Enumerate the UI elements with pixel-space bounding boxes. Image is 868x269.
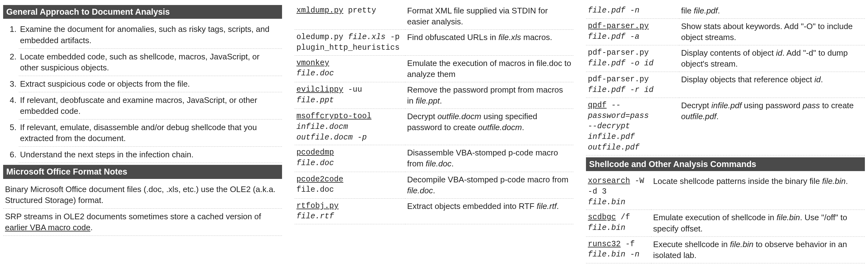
command-cell: rtfobj.pyfile.rtf: [294, 198, 405, 224]
cmd-arg: file.xls: [348, 33, 385, 41]
desc-ital: file.bin: [776, 213, 800, 222]
cmd-arg: file.doc: [297, 158, 334, 168]
tool-name: xmldump.py: [297, 6, 343, 15]
tool-name: evilclippy: [297, 85, 343, 94]
desc-text: .: [718, 6, 720, 15]
column-2: xmldump.py pretty Format XML file suppli…: [294, 3, 574, 263]
tool-name: rtfobj.py: [297, 202, 339, 210]
desc-text: to create: [820, 101, 854, 110]
cmd-rest: -f: [621, 240, 635, 249]
command-cell: file.pdf -n: [586, 3, 679, 19]
desc-ital: pass: [803, 101, 820, 110]
cmd-arg: file.pdf -r id: [588, 85, 653, 94]
desc-text: .: [452, 159, 454, 168]
table-row: runsc32 -ffile.bin -n Execute shellcode …: [586, 236, 865, 263]
tool-name: pcodedmp: [297, 148, 334, 157]
desc-cell: Decrypt infile.pdf using password pass t…: [679, 98, 865, 155]
tool-name: msoffcrypto-tool: [297, 112, 371, 121]
table-row: file.pdf -n file file.pdf.: [586, 3, 865, 19]
desc-ital: file.bin: [822, 176, 845, 186]
step-item: Locate embedded code, such as shellcode,…: [19, 49, 282, 76]
step-item: Extract suspicious code or objects from …: [19, 76, 282, 92]
desc-ital: id: [776, 48, 782, 58]
table-row: qpdf --password=pass --decrypt infile.pd…: [586, 98, 865, 155]
cmd-arg: file.ppt: [297, 96, 334, 105]
cmd-text: pdf-parser.py: [588, 75, 649, 84]
desc-cell: Decompile VBA-stomped p-code macro from …: [405, 172, 574, 198]
command-cell: msoffcrypto-toolinfile.docm outfile.docm…: [294, 109, 405, 145]
desc-text: .: [716, 112, 718, 121]
note-text: SRP streams in OLE2 documents sometimes …: [5, 212, 261, 221]
tool-name: vmonkey: [297, 59, 329, 67]
command-cell: oledump.py file.xls -p plugin_http_heuri…: [294, 30, 405, 56]
table-row: xmldump.py pretty Format XML file suppli…: [294, 3, 574, 30]
cmd-arg: file.pdf -n: [588, 6, 640, 15]
note-link[interactable]: earlier VBA macro code: [5, 223, 90, 232]
desc-text: .: [557, 202, 559, 211]
desc-cell: Display objects that reference object id…: [679, 72, 865, 98]
cmd-text: oledump.py: [297, 33, 348, 41]
desc-cell: Show stats about keywords. Add "-O" to i…: [679, 19, 865, 46]
command-cell: xorsearch -W -d 3 file.bin: [586, 174, 651, 210]
cmd-arg: file.rtf: [297, 212, 334, 221]
section-header-general: General Approach to Document Analysis: [3, 5, 282, 19]
desc-text: .: [440, 96, 442, 106]
note-ole2: Binary Microsoft Office document files (…: [3, 181, 282, 209]
command-cell: pdf-parser.py file.pdf -r id: [586, 72, 679, 98]
table-row: msoffcrypto-toolinfile.docm outfile.docm…: [294, 109, 574, 145]
column-1: General Approach to Document Analysis Ex…: [3, 3, 282, 263]
desc-text: .: [846, 176, 848, 186]
section-header-office: Microsoft Office Format Notes: [3, 165, 282, 179]
command-cell: pdf-parser.py file.pdf -o id: [586, 46, 679, 72]
column-3: file.pdf -n file file.pdf. pdf-parser.py…: [586, 3, 865, 263]
desc-cell: Remove the password prompt from macros i…: [405, 82, 574, 109]
command-table-office: xmldump.py pretty Format XML file suppli…: [294, 3, 574, 224]
command-cell: runsc32 -ffile.bin -n: [586, 236, 651, 263]
desc-cell: Display contents of object id. Add "-d" …: [679, 46, 865, 72]
step-item: If relevant, emulate, disassemble and/or…: [19, 119, 282, 147]
desc-cell: Locate shellcode patterns inside the bin…: [651, 174, 865, 210]
table-row: evilclippy -uufile.ppt Remove the passwo…: [294, 82, 574, 109]
cmd-rest: -uu: [343, 85, 362, 94]
desc-text: Display contents of object: [681, 48, 776, 58]
desc-ital: file.ppt: [416, 96, 440, 106]
desc-cell: Emulate the execution of macros in file.…: [405, 55, 574, 82]
desc-ital: file.bin: [730, 240, 753, 249]
desc-text: .: [821, 75, 823, 84]
desc-cell: Extract objects embedded into RTF file.r…: [405, 198, 574, 224]
desc-cell: Disassemble VBA-stomped p-code macro fro…: [405, 145, 574, 172]
cmd-arg: file.pdf -a: [588, 32, 640, 41]
cmd-rest: pretty: [343, 6, 376, 15]
table-row: vmonkeyfile.doc Emulate the execution of…: [294, 55, 574, 82]
desc-cell: Format XML file supplied via STDIN for e…: [405, 3, 574, 30]
command-cell: xmldump.py pretty: [294, 3, 405, 30]
cmd-rest: /f: [616, 213, 630, 222]
desc-text: file: [681, 6, 693, 15]
page-columns: General Approach to Document Analysis Ex…: [3, 3, 865, 263]
command-cell: vmonkeyfile.doc: [294, 55, 405, 82]
cmd-arg: file.pdf -o id: [588, 59, 653, 68]
tool-name: pcode2code: [297, 175, 343, 184]
note-srp: SRP streams in OLE2 documents sometimes …: [3, 209, 282, 236]
desc-text: .: [522, 123, 524, 132]
cmd-text: pdf-parser.py: [588, 48, 649, 57]
cmd-arg: file.doc: [297, 69, 334, 78]
desc-cell: file file.pdf.: [679, 3, 865, 19]
step-item: Understand the next steps in the infecti…: [19, 147, 282, 163]
desc-text: using password: [742, 101, 803, 110]
step-item: Examine the document for anomalies, such…: [19, 21, 282, 49]
tool-name: qpdf: [588, 101, 607, 110]
cmd-arg: file.bin -n: [588, 250, 640, 259]
step-item: If relevant, deobfuscate and examine mac…: [19, 92, 282, 119]
desc-ital: file.xls: [498, 33, 521, 42]
command-cell: scdbgc /ffile.bin: [586, 210, 651, 236]
desc-ital: infile.pdf: [711, 101, 742, 110]
steps-list: Examine the document for anomalies, such…: [3, 21, 282, 163]
desc-ital: outfile.docm: [437, 112, 481, 121]
tool-name: xorsearch: [588, 176, 630, 185]
desc-cell: Execute shellcode in file.bin to observe…: [651, 236, 865, 263]
desc-ital: outfile.docm: [478, 123, 522, 132]
desc-text: Decrypt: [407, 112, 437, 121]
table-row: xorsearch -W -d 3 file.bin Locate shellc…: [586, 174, 865, 210]
desc-ital: outfile.pdf: [681, 112, 716, 121]
